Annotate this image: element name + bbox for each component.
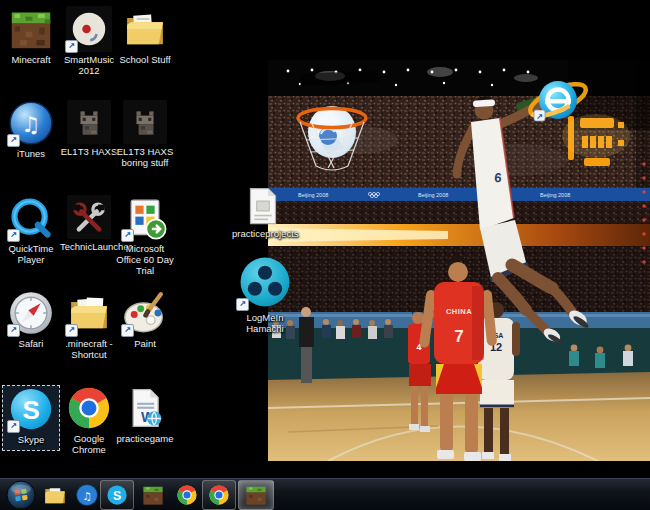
icon-label: LogMeIn Hamachi bbox=[234, 312, 296, 334]
desktop-icon-paint[interactable]: ↗ Paint bbox=[116, 290, 174, 349]
icon-label: Skype bbox=[3, 434, 59, 445]
desktop-icon-smartmusic[interactable]: ↗ SmartMusic 2012 bbox=[60, 6, 118, 76]
jersey-number-6: 6 bbox=[494, 170, 503, 186]
shortcut-arrow-icon: ↗ bbox=[7, 134, 20, 147]
icon-label: Minecraft bbox=[2, 54, 60, 65]
desktop-icon-office-trial[interactable]: ↗ Microsoft Office 60 Day Trial bbox=[116, 195, 174, 277]
banner-beijing-2008: Beijing 2008 Beijing 2008 Beijing 2008 bbox=[268, 188, 650, 201]
svg-text:♫: ♫ bbox=[82, 490, 91, 502]
desktop-icon-elit3-haxs-boring[interactable]: EL1T3 HAXS boring stuff bbox=[116, 100, 174, 168]
icon-label: School Stuff bbox=[116, 54, 174, 65]
banner-text: Beijing 2008 bbox=[540, 192, 570, 198]
document-icon bbox=[248, 187, 278, 225]
icon-label: Paint bbox=[116, 338, 174, 349]
taskbar-item-minecraft[interactable] bbox=[140, 482, 166, 508]
icon-label: SmartMusic 2012 bbox=[60, 54, 118, 76]
icon-label: TechnicLauncher bbox=[60, 241, 118, 252]
desktop-icon-itunes[interactable]: ♫ ↗ iTunes bbox=[2, 100, 60, 159]
desktop-icon-school-stuff[interactable]: School Stuff bbox=[116, 6, 174, 65]
desktop: Beijing 2008 Beijing 2008 Beijing 2008 bbox=[0, 0, 650, 510]
icon-label: practiceprojects bbox=[232, 228, 294, 239]
desktop-icon-practicegame[interactable]: W practicegame bbox=[116, 385, 174, 444]
icon-label: Safari bbox=[2, 338, 60, 349]
taskbar-item-minecraft-active[interactable] bbox=[238, 480, 274, 510]
desktop-icon-minecraft-folder[interactable]: ↗ .minecraft - Shortcut bbox=[60, 290, 118, 360]
icon-label: practicegame bbox=[116, 433, 174, 444]
pixel-cat-icon bbox=[72, 105, 106, 139]
taskbar-item-skype-running[interactable]: S bbox=[100, 480, 134, 510]
taskbar-item-explorer[interactable] bbox=[42, 482, 68, 508]
windows-start-orb-icon bbox=[6, 480, 36, 510]
icon-label: QuickTime Player bbox=[2, 243, 60, 265]
svg-text:♫: ♫ bbox=[21, 112, 40, 137]
wallpaper-photo: Beijing 2008 Beijing 2008 Beijing 2008 bbox=[268, 60, 650, 461]
minecraft-icon bbox=[9, 7, 53, 51]
referee bbox=[299, 307, 314, 383]
shortcut-arrow-icon: ↗ bbox=[65, 324, 78, 337]
lebron-ie-dunk-scene: Beijing 2008 Beijing 2008 Beijing 2008 bbox=[268, 60, 650, 461]
pixel-cat-icon bbox=[128, 105, 162, 139]
icon-label: Microsoft Office 60 Day Trial bbox=[116, 243, 174, 277]
skype-icon: S bbox=[106, 484, 128, 506]
jersey-number-7: 7 bbox=[454, 327, 463, 346]
svg-text:S: S bbox=[22, 396, 39, 424]
shortcut-arrow-icon: ↗ bbox=[7, 324, 20, 337]
mid-crowd bbox=[268, 201, 650, 224]
taskbar-item-chrome[interactable] bbox=[174, 482, 200, 508]
svg-text:S: S bbox=[113, 489, 121, 503]
svg-text:↗: ↗ bbox=[536, 112, 543, 121]
icon-label: .minecraft - Shortcut bbox=[60, 338, 118, 360]
icon-label: iTunes bbox=[2, 148, 60, 159]
desktop-icon-practiceprojects[interactable]: practiceprojects bbox=[232, 186, 294, 239]
shortcut-arrow-icon: ↗ bbox=[121, 324, 134, 337]
taskbar-item-chrome-running[interactable] bbox=[202, 480, 236, 510]
desktop-icon-elit3-haxs[interactable]: EL1T3 HAXS bbox=[60, 100, 118, 157]
shortcut-arrow-icon: ↗ bbox=[121, 229, 134, 242]
taskbar-item-itunes[interactable]: ♫ bbox=[74, 482, 100, 508]
jersey-team-china: CHINA bbox=[446, 307, 472, 316]
minecraft-icon bbox=[142, 484, 164, 506]
desktop-icon-chrome[interactable]: Google Chrome bbox=[60, 385, 118, 455]
desktop-icon-safari[interactable]: ↗ Safari bbox=[2, 290, 60, 349]
desktop-icon-quicktime[interactable]: ↗ QuickTime Player bbox=[2, 195, 60, 265]
minecraft-icon bbox=[245, 484, 267, 506]
shortcut-arrow-icon: ↗ bbox=[7, 229, 20, 242]
icon-label: Google Chrome bbox=[60, 433, 118, 455]
desktop-icon-techniclauncher[interactable]: TechnicLauncher bbox=[60, 195, 118, 252]
banner-text: Beijing 2008 bbox=[298, 192, 328, 198]
chrome-icon bbox=[176, 484, 198, 506]
desktop-icon-skype[interactable]: S ↗ Skype bbox=[2, 385, 60, 451]
banner-text: Beijing 2008 bbox=[418, 192, 448, 198]
icon-label: EL1T3 HAXS boring stuff bbox=[116, 146, 174, 168]
shortcut-arrow-icon: ↗ bbox=[7, 420, 20, 433]
shortcut-arrow-icon: ↗ bbox=[65, 40, 78, 53]
chrome-icon bbox=[208, 484, 230, 506]
folder-icon bbox=[123, 7, 167, 51]
explorer-folder-icon bbox=[43, 483, 67, 507]
word-document-icon: W bbox=[124, 386, 166, 430]
shortcut-arrow-icon: ↗ bbox=[534, 110, 545, 121]
itunes-icon: ♫ bbox=[75, 483, 99, 507]
shortcut-arrow-icon: ↗ bbox=[236, 298, 249, 311]
chrome-icon bbox=[66, 385, 112, 431]
icon-label: EL1T3 HAXS bbox=[60, 146, 118, 157]
start-button[interactable] bbox=[6, 480, 36, 510]
wrench-tools-icon bbox=[71, 199, 107, 235]
desktop-icon-minecraft[interactable]: Minecraft bbox=[2, 6, 60, 65]
desktop-icon-hamachi[interactable]: ↗ LogMeIn Hamachi bbox=[234, 254, 296, 334]
